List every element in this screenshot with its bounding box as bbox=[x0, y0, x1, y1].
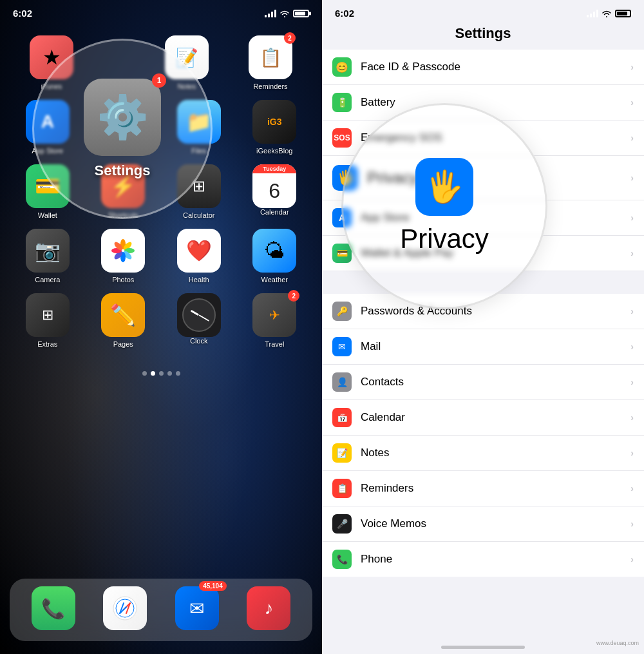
page-indicators bbox=[0, 366, 322, 381]
reminders-settings-label: Reminders bbox=[361, 482, 630, 495]
scroll-indicator bbox=[441, 646, 525, 649]
health-label: Health bbox=[189, 276, 209, 284]
igeeks-label: iGeeksBlog bbox=[256, 147, 292, 155]
safari-dock-icon bbox=[103, 586, 147, 630]
settings-row-notes[interactable]: 📝 Notes › bbox=[322, 436, 644, 471]
pages-label: Pages bbox=[113, 340, 133, 348]
app-extras[interactable]: ⊞ Extras bbox=[19, 293, 77, 348]
wallet-settings-chevron: › bbox=[630, 248, 634, 258]
music-dock-icon: ♪ bbox=[247, 586, 290, 630]
settings-row-contacts[interactable]: 👤 Contacts › bbox=[322, 365, 644, 400]
extras-icon: ⊞ bbox=[26, 293, 70, 337]
status-right-left bbox=[265, 10, 309, 17]
contacts-icon: 👤 bbox=[332, 372, 352, 392]
app-pages[interactable]: ✏️ Pages bbox=[94, 293, 152, 348]
dock-phone[interactable]: 📞 bbox=[32, 586, 75, 633]
notes-settings-chevron: › bbox=[630, 448, 634, 458]
voice-memos-icon: 🎤 bbox=[332, 514, 352, 534]
dock-mail[interactable]: ✉ 45,104 bbox=[175, 586, 219, 633]
reminders-badge: 2 bbox=[284, 32, 296, 44]
battery-icon-right bbox=[615, 10, 631, 17]
signal-icon bbox=[265, 10, 276, 17]
phone-settings-label: Phone bbox=[361, 553, 630, 566]
settings-row-reminders[interactable]: 📋 Reminders › bbox=[322, 471, 644, 506]
right-panel: 6:02 Settings 😊 Face ID & Passcode › bbox=[322, 0, 644, 654]
calendar-day-name: Tuesday bbox=[252, 164, 296, 173]
settings-row-calendar[interactable]: 📅 Calendar › bbox=[322, 400, 644, 436]
app-reminders[interactable]: 📋 2 Reminders bbox=[242, 35, 299, 90]
dock-safari[interactable] bbox=[103, 586, 147, 633]
wallet-label: Wallet bbox=[38, 211, 57, 219]
settings-title: Settings bbox=[322, 23, 644, 50]
dock-music[interactable]: ♪ bbox=[247, 586, 290, 633]
calculator-label: Calculator bbox=[183, 211, 215, 219]
left-panel: 6:02 ⚙️ 1 Settings ★ bbox=[0, 0, 322, 654]
app-weather[interactable]: 🌤 Weather bbox=[245, 229, 303, 284]
privacy-circle-icon: 🖐 bbox=[415, 158, 473, 216]
status-bar-left: 6:02 bbox=[0, 0, 322, 23]
app-photos[interactable]: Photos bbox=[94, 229, 152, 284]
face-id-label: Face ID & Passcode bbox=[361, 61, 630, 73]
contacts-label: Contacts bbox=[361, 376, 630, 389]
phone-dock-icon: 📞 bbox=[32, 586, 75, 630]
face-id-chevron: › bbox=[630, 62, 634, 72]
calendar-settings-chevron: › bbox=[630, 412, 634, 423]
privacy-circle-label: Privacy bbox=[400, 224, 489, 255]
app-calendar[interactable]: Tuesday 6 Calendar bbox=[245, 164, 303, 219]
settings-badge: 1 bbox=[152, 73, 166, 88]
wallet-settings-icon: 💳 bbox=[332, 244, 352, 263]
app-travel[interactable]: ✈ 2 Travel bbox=[245, 293, 303, 348]
time-right: 6:02 bbox=[335, 8, 354, 19]
wifi-icon-right bbox=[601, 10, 612, 17]
reminders-label: Reminders bbox=[253, 82, 287, 90]
privacy-circle-overlay: 🖐 Privacy bbox=[341, 103, 547, 309]
settings-circle-overlay: ⚙️ 1 Settings bbox=[32, 39, 213, 219]
mail-settings-label: Mail bbox=[361, 340, 630, 353]
reminders-settings-icon: 📋 bbox=[332, 479, 352, 498]
notes-settings-icon: 📝 bbox=[332, 443, 352, 463]
camera-label: Camera bbox=[35, 276, 60, 284]
health-icon: ❤️ bbox=[177, 229, 221, 273]
weather-icon: 🌤 bbox=[252, 229, 296, 273]
emergency-icon: SOS bbox=[332, 128, 352, 148]
dot-3 bbox=[159, 371, 164, 376]
wifi-icon bbox=[279, 10, 290, 17]
contacts-chevron: › bbox=[630, 377, 634, 387]
settings-circle-label: Settings bbox=[95, 162, 151, 179]
watermark: www.deuaq.com bbox=[596, 640, 639, 646]
mail-dock-icon: ✉ 45,104 bbox=[175, 586, 219, 630]
battery-settings-icon: 🔋 bbox=[332, 93, 352, 112]
battery-icon-left bbox=[293, 10, 309, 17]
phone-settings-icon: 📞 bbox=[332, 550, 352, 569]
passwords-chevron: › bbox=[630, 306, 634, 316]
travel-label: Travel bbox=[265, 340, 284, 348]
settings-row-voice-memos[interactable]: 🎤 Voice Memos › bbox=[322, 506, 644, 542]
pages-icon: ✏️ bbox=[101, 293, 145, 337]
calendar-icon: Tuesday 6 bbox=[252, 164, 296, 208]
app-clock[interactable]: Clock bbox=[170, 293, 228, 348]
calendar-label: Calendar bbox=[260, 208, 289, 216]
photos-icon bbox=[101, 229, 145, 273]
battery-chevron: › bbox=[630, 97, 634, 108]
settings-row-mail[interactable]: ✉ Mail › bbox=[322, 329, 644, 365]
reminders-settings-chevron: › bbox=[630, 483, 634, 494]
settings-row-face-id[interactable]: 😊 Face ID & Passcode › bbox=[322, 50, 644, 85]
passwords-icon: 🔑 bbox=[332, 302, 352, 321]
igeeks-icon: iG3 bbox=[252, 100, 296, 144]
dot-5 bbox=[176, 371, 180, 376]
dock: 📞 ✉ 45,104 ♪ bbox=[10, 579, 312, 641]
travel-badge: 2 bbox=[288, 290, 299, 302]
travel-icon: ✈ 2 bbox=[252, 293, 296, 337]
status-bar-right: 6:02 bbox=[322, 0, 644, 23]
clock-label: Clock bbox=[190, 337, 208, 345]
mail-settings-chevron: › bbox=[630, 341, 634, 352]
calendar-date: 6 bbox=[252, 173, 296, 208]
settings-circle-app-icon: ⚙️ 1 bbox=[84, 79, 161, 156]
dot-1 bbox=[142, 371, 147, 376]
app-health[interactable]: ❤️ Health bbox=[170, 229, 228, 284]
passwords-label: Passwords & Accounts bbox=[361, 305, 630, 318]
time-left: 6:02 bbox=[13, 8, 32, 19]
settings-row-phone[interactable]: 📞 Phone › bbox=[322, 542, 644, 577]
app-igeeks[interactable]: iG3 iGeeksBlog bbox=[245, 100, 303, 155]
app-camera[interactable]: 📷 Camera bbox=[19, 229, 77, 284]
